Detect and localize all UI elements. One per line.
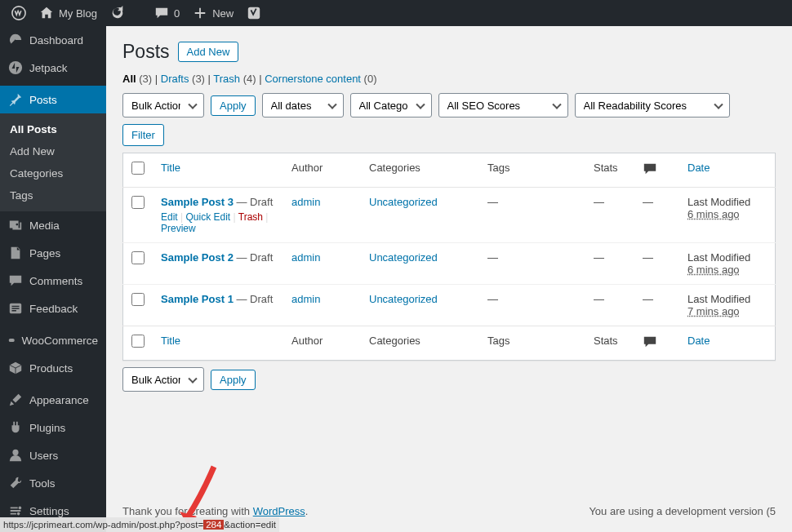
sidebar-item-products[interactable]: Products	[0, 354, 106, 382]
comments-cell: —	[634, 188, 679, 243]
comments-link[interactable]: 0	[148, 0, 186, 26]
dates-select[interactable]: All dates	[262, 93, 344, 117]
table-row: Sample Post 3 — Draft Edit | Quick Edit …	[123, 188, 776, 243]
submenu-item-categories[interactable]: Categories	[0, 162, 106, 184]
count-cornerstone: (0)	[364, 73, 377, 85]
sidebar-label: WooCommerce	[21, 335, 98, 347]
stats-cell: —	[585, 285, 634, 326]
sidebar-item-users[interactable]: Users	[0, 441, 106, 469]
wordpress-link[interactable]: WordPress	[253, 505, 305, 517]
svg-point-6	[12, 450, 18, 455]
category-link[interactable]: Uncategorized	[369, 196, 438, 208]
sidebar-label: Appearance	[29, 394, 89, 406]
table-row: Sample Post 2 — Draft admin Uncategorize…	[123, 243, 776, 285]
col-title-foot[interactable]: Title	[161, 335, 180, 347]
post-title-link[interactable]: Sample Post 2	[161, 251, 234, 264]
sidebar-label: Jetpack	[29, 62, 68, 74]
col-date[interactable]: Date	[687, 162, 710, 174]
comments-count: 0	[174, 7, 180, 20]
sidebar-label: Media	[29, 219, 60, 232]
add-new-post-button[interactable]: Add New	[178, 42, 239, 62]
svg-point-3	[16, 224, 18, 226]
filter-button[interactable]: Filter	[122, 124, 164, 146]
sidebar-item-woocommerce[interactable]: WooCommerce	[0, 326, 106, 354]
products-icon	[8, 361, 23, 375]
apply-button-bottom[interactable]: Apply	[211, 370, 256, 390]
col-date-foot[interactable]: Date	[687, 335, 710, 347]
bulk-actions-select[interactable]: Bulk Actions	[122, 93, 204, 117]
post-status: — Draft	[237, 293, 274, 305]
categories-select[interactable]: All Categories	[350, 93, 432, 117]
settings-icon	[8, 503, 23, 518]
preview-link[interactable]: Preview	[161, 223, 196, 234]
author-link[interactable]: admin	[291, 251, 320, 264]
filter-trash[interactable]: Trash	[213, 73, 240, 85]
col-categories: Categories	[361, 153, 479, 188]
users-icon	[8, 448, 23, 463]
row-checkbox[interactable]	[131, 251, 145, 264]
tablenav-top: Bulk Actions Apply All dates All Categor…	[122, 93, 776, 146]
sidebar-item-feedback[interactable]: Feedback	[0, 295, 106, 322]
sidebar-item-media[interactable]: Media	[0, 211, 106, 239]
sidebar-label: Posts	[29, 94, 57, 106]
category-link[interactable]: Uncategorized	[369, 293, 438, 305]
filter-all[interactable]: All	[122, 73, 136, 85]
filter-cornerstone[interactable]: Cornerstone content	[265, 73, 361, 85]
filter-drafts[interactable]: Drafts	[161, 73, 189, 85]
add-new-link[interactable]: New	[186, 0, 240, 26]
trash-link[interactable]: Trash	[238, 211, 263, 223]
sidebar-item-plugins[interactable]: Plugins	[0, 414, 106, 441]
sidebar-label: Feedback	[29, 303, 78, 315]
sidebar-item-appearance[interactable]: Appearance	[0, 386, 106, 414]
admin-sidebar: Dashboard Jetpack Posts All Posts Add Ne…	[0, 26, 106, 532]
edit-link[interactable]: Edit	[161, 211, 178, 223]
post-title-link[interactable]: Sample Post 3	[161, 196, 234, 208]
submenu-item-add-new[interactable]: Add New	[0, 140, 106, 162]
sidebar-item-comments[interactable]: Comments	[0, 267, 106, 295]
sidebar-item-posts[interactable]: Posts	[0, 86, 106, 113]
submenu-item-tags[interactable]: Tags	[0, 184, 106, 206]
sidebar-item-pages[interactable]: Pages	[0, 239, 106, 267]
readability-scores-select[interactable]: All Readability Scores	[575, 93, 730, 117]
comment-column-icon-foot	[643, 335, 657, 349]
sidebar-item-dashboard[interactable]: Dashboard	[0, 26, 106, 54]
post-title-link[interactable]: Sample Post 1	[161, 293, 234, 305]
refresh-button[interactable]	[104, 0, 131, 26]
woo-icon	[8, 333, 15, 348]
select-all-checkbox-foot[interactable]	[131, 335, 145, 348]
tablenav-bottom: Bulk Actions Apply	[122, 367, 776, 392]
select-all-checkbox[interactable]	[131, 162, 145, 175]
refresh-icon	[110, 6, 125, 20]
brush-icon	[8, 392, 23, 407]
col-stats: Stats	[585, 153, 634, 188]
seo-scores-select[interactable]: All SEO Scores	[438, 93, 568, 117]
author-link[interactable]: admin	[291, 293, 320, 305]
author-link[interactable]: admin	[291, 196, 320, 208]
post-status: — Draft	[237, 196, 274, 208]
row-actions: Edit | Quick Edit | Trash | Preview	[161, 211, 275, 234]
post-status: — Draft	[237, 251, 274, 264]
category-link[interactable]: Uncategorized	[369, 251, 438, 264]
sidebar-item-tools[interactable]: Tools	[0, 469, 106, 497]
bulk-actions-select-bottom[interactable]: Bulk Actions	[122, 367, 204, 392]
yoast-link[interactable]	[240, 0, 268, 26]
page-icon	[8, 246, 23, 260]
svg-rect-5	[9, 339, 15, 342]
tags-cell: —	[479, 285, 585, 326]
tags-cell: —	[479, 243, 585, 285]
page-title: Posts	[122, 41, 170, 63]
sidebar-label: Plugins	[29, 422, 65, 434]
url-highlight: 284	[203, 520, 224, 530]
site-name-link[interactable]: My Blog	[33, 0, 104, 26]
col-stats-foot: Stats	[585, 326, 634, 361]
dashboard-icon	[8, 33, 23, 47]
submenu-item-all-posts[interactable]: All Posts	[0, 118, 106, 140]
comments-cell: —	[634, 243, 679, 285]
quick-edit-link[interactable]: Quick Edit	[185, 211, 230, 223]
row-checkbox[interactable]	[131, 196, 145, 209]
col-title[interactable]: Title	[161, 162, 180, 174]
sidebar-item-jetpack[interactable]: Jetpack	[0, 54, 106, 82]
apply-button[interactable]: Apply	[211, 95, 256, 116]
row-checkbox[interactable]	[131, 293, 145, 306]
wp-logo[interactable]	[5, 0, 33, 26]
